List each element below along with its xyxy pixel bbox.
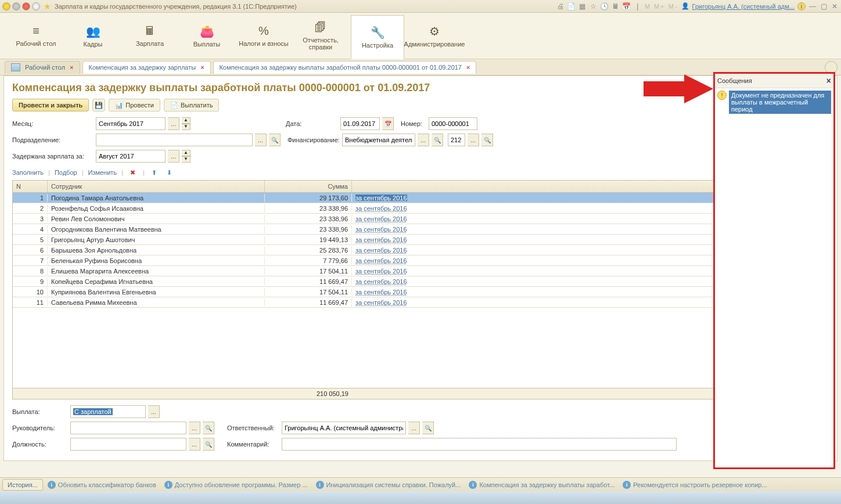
table-row[interactable]: 2Розенфельд Софья Исааковна23 338,96за с… [13,203,828,214]
nav-admin[interactable]: ⚙Администрирование [408,13,461,59]
tab-compensation-doc[interactable]: Компенсация за задержку выплаты заработн… [213,61,477,74]
date-field[interactable] [340,117,380,130]
status-item-4[interactable]: iКомпенсация за задержку выплаты заработ… [465,481,618,489]
period-link[interactable]: за сентябрь 2016 [355,278,407,285]
table-row[interactable]: 9Копейцева Серафима Игнатьевна11 669,47з… [13,276,828,287]
doc-icon[interactable]: 📄 [567,2,576,10]
position-input[interactable] [73,441,184,448]
nav-settings[interactable]: 🔧Настройка [351,15,404,59]
responsible-search-icon[interactable]: 🔍 [422,422,434,434]
status-item-1[interactable]: iОбновить классификатор банков [44,481,160,489]
grid-body[interactable]: 1Погодина Тамара Анатольевна29 173,60за … [13,193,828,388]
post-button[interactable]: 📊Провести [109,99,160,111]
btn-fwd-icon[interactable] [22,2,30,10]
close-icon[interactable]: × [200,64,204,71]
print-icon[interactable]: 🖨 [556,2,565,10]
period-link[interactable]: за сентябрь 2016 [355,247,407,254]
current-user[interactable]: Григорьянц А.А. (системный адм... [692,3,795,10]
move-up-icon[interactable]: ⬆ [149,167,160,178]
history-icon[interactable]: 🕓 [601,2,609,10]
month-field[interactable] [96,117,166,130]
division-field[interactable] [96,134,253,146]
change-link[interactable]: Изменить [88,169,117,176]
maximize-icon[interactable]: ▢ [820,2,828,10]
period-link[interactable]: за сентябрь 2016 [355,236,407,243]
period-link[interactable]: за сентябрь 2016 [355,226,407,233]
btn-1c-icon[interactable] [2,2,10,10]
manager-search-icon[interactable]: 🔍 [203,422,214,434]
col-n[interactable]: N [13,181,48,192]
tab-home[interactable]: Рабочий стол× [5,61,80,74]
star-icon[interactable]: ☆ [590,2,598,10]
help-icon[interactable]: i [797,2,806,10]
table-row[interactable]: 10Куприянова Валентина Евгеньевна17 504,… [13,287,828,297]
select-link[interactable]: Подбор [55,169,77,176]
finance-search-icon[interactable]: 🔍 [432,134,443,146]
period-link[interactable]: за сентябрь 2016 [355,215,407,222]
close-icon[interactable]: × [466,64,470,71]
number-field[interactable] [429,117,477,130]
responsible-select-icon[interactable]: ... [408,422,420,434]
memory-buttons[interactable]: M M+ M- [645,3,678,10]
table-row[interactable]: 11Савельева Римма Михеевна11 669,47за се… [13,297,828,308]
delayed-field[interactable] [96,150,166,163]
save-icon[interactable]: 💾 [92,99,105,111]
position-search-icon[interactable]: 🔍 [203,438,214,451]
date-input[interactable] [343,120,377,127]
finance-field[interactable] [342,134,415,146]
manager-input[interactable] [73,424,184,431]
close-icon[interactable]: × [70,64,73,71]
nav-vyplaty[interactable]: 👛Выплаты [180,13,233,59]
position-field[interactable] [70,438,186,451]
finance-code-input[interactable] [451,136,462,143]
finance-code-field[interactable] [448,134,465,146]
date-calendar-icon[interactable]: 📅 [382,117,394,130]
code-search-icon[interactable]: 🔍 [481,134,493,146]
delayed-input[interactable] [99,153,163,160]
table-row[interactable]: 8Елишева Маргарита Алексеевна17 504,11за… [13,266,828,276]
status-item-5[interactable]: iРекомендуется настроить резервное копир… [619,481,771,489]
division-input[interactable] [99,136,250,143]
period-link[interactable]: за сентябрь 2016 [355,257,407,264]
responsible-input[interactable] [285,424,403,431]
vyplata-select-icon[interactable]: ... [148,405,160,418]
pay-button[interactable]: 📄Выплатить [164,99,219,111]
table-row[interactable]: 6Барышева Зоя Арнольдовна25 283,76за сен… [13,245,828,255]
vyplata-field[interactable]: С зарплатой [70,405,146,418]
delayed-select-icon[interactable]: ... [168,150,179,163]
month-select-icon[interactable]: ... [168,117,179,130]
division-search-icon[interactable]: 🔍 [269,134,281,146]
col-employee[interactable]: Сотрудник [48,181,265,192]
manager-field[interactable] [70,422,186,434]
nav-desktop[interactable]: ≡Рабочий стол [9,13,63,59]
finance-select-icon[interactable]: ... [418,134,429,146]
favorite-star-icon[interactable]: ★ [44,2,51,11]
nav-nalogi[interactable]: %Налоги и взносы [237,13,290,59]
close-window-icon[interactable]: ✕ [831,2,839,10]
month-input[interactable] [99,120,163,127]
finance-input[interactable] [345,136,412,143]
period-link[interactable]: за сентябрь 2016 [355,205,407,212]
btn-empty-icon[interactable] [32,2,40,10]
delete-row-icon[interactable]: ✖ [128,167,138,178]
comment-field[interactable] [282,438,677,451]
number-input[interactable] [432,120,475,127]
period-link[interactable]: за сентябрь 2016 [355,289,407,296]
fill-link[interactable]: Заполнить [12,169,44,176]
table-row[interactable]: 4Огородникова Валентина Матвеевна23 338,… [13,224,828,235]
status-item-2[interactable]: iДоступно обновление программы. Размер .… [161,481,311,489]
code-select-icon[interactable]: ... [468,134,479,146]
grid-icon[interactable]: ▦ [578,2,587,10]
delayed-spinner[interactable]: ▲▼ [182,150,191,163]
post-and-close-button[interactable]: Провести и закрыть [12,99,89,111]
nav-reports[interactable]: 🗐Отчетность, справки [294,13,347,59]
btn-back-icon[interactable] [12,2,20,10]
table-row[interactable]: 3Ревин Лев Соломонович23 338,96за сентяб… [13,214,828,224]
table-row[interactable]: 7Беленькая Руфина Борисовна7 779,66за се… [13,255,828,266]
position-select-icon[interactable]: ... [189,438,200,451]
table-row[interactable]: 5Григорьянц Артур Ашотович19 449,13за се… [13,235,828,245]
period-link[interactable]: за сентябрь 2016 [355,195,407,201]
windows-taskbar[interactable] [0,491,841,504]
move-down-icon[interactable]: ⬇ [164,167,175,178]
message-item[interactable]: ! Документ не предназначен для выплаты в… [715,88,833,116]
